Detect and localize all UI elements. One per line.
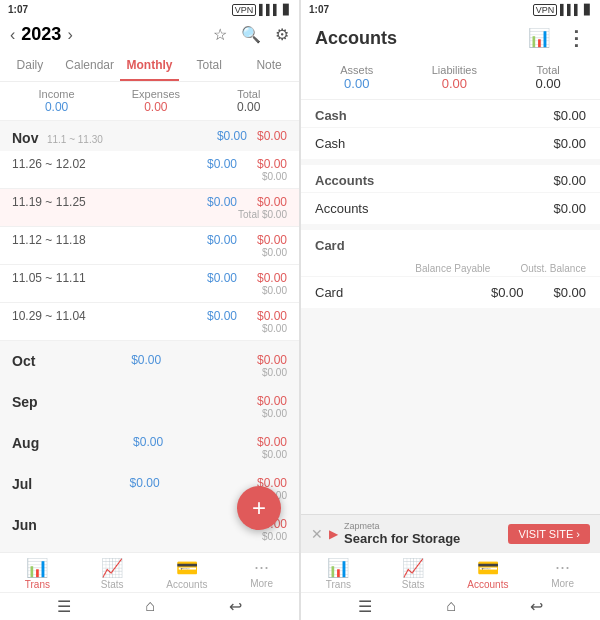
time-left: 1:07 [8, 4, 28, 15]
liabilities-value: 0.00 [432, 76, 477, 91]
accounts-list: Cash $0.00 Cash $0.00 Accounts $0.00 Acc… [301, 100, 600, 514]
nav-icons: ☆ 🔍 ⚙ [213, 25, 289, 44]
week-row[interactable]: 11.26 ~ 12.02 $0.00 $0.00 $0.00 [0, 151, 299, 189]
month-sep: Sep $0.00 $0.00 [0, 386, 299, 423]
nav-stats-left[interactable]: 📈 Stats [75, 557, 150, 590]
expenses-label: Expenses [132, 88, 180, 100]
status-bar-left: 1:07 VPN ▌▌▌ ▊ [0, 0, 299, 18]
cash-section-total: $0.00 [553, 108, 586, 123]
ad-play-icon: ▶ [329, 527, 338, 541]
total-summary: Total 0.00 [237, 88, 260, 114]
home-icon[interactable]: ⌂ [145, 597, 155, 616]
month-header-aug: Aug $0.00 $0.00 $0.00 [0, 427, 299, 464]
back-icon[interactable]: ↩ [229, 597, 242, 616]
expenses-value: 0.00 [132, 100, 180, 114]
ad-visit-button[interactable]: VISIT SITE › [508, 524, 590, 544]
assets-label: Assets [340, 64, 373, 76]
liabilities-label: Liabilities [432, 64, 477, 76]
month-name-nov: Nov 11.1 ~ 11.30 [12, 129, 103, 147]
add-transaction-button[interactable]: + [237, 486, 281, 530]
status-bar-right: 1:07 VPN ▌▌▌ ▊ [301, 0, 600, 18]
income-value: 0.00 [39, 100, 75, 114]
year-nav: ‹ 2023 › ☆ 🔍 ⚙ [0, 18, 299, 51]
cash-header: Cash $0.00 [301, 100, 600, 127]
nav-trans-left[interactable]: 📊 Trans [0, 557, 75, 590]
tab-total[interactable]: Total [179, 51, 239, 81]
search-icon[interactable]: 🔍 [241, 25, 261, 44]
total-value: 0.00 [237, 100, 260, 114]
summary-row: Income 0.00 Expenses 0.00 Total 0.00 [0, 82, 299, 121]
menu-icon[interactable]: ☰ [57, 597, 71, 616]
menu-icon-right[interactable]: ☰ [358, 597, 372, 616]
trans-icon-right: 📊 [301, 557, 376, 579]
phone-bottom-left: ☰ ⌂ ↩ [0, 592, 299, 620]
accounts-section-total: $0.00 [553, 173, 586, 188]
cash-row[interactable]: Cash $0.00 [301, 127, 600, 159]
card-section: Card Balance Payable Outst. Balance Card… [301, 230, 600, 308]
chart-icon[interactable]: 📊 [528, 27, 550, 49]
accounts-icon-right: 💳 [451, 557, 526, 579]
tab-note[interactable]: Note [239, 51, 299, 81]
income-summary: Income 0.00 [39, 88, 75, 114]
nav-accounts-left[interactable]: 💳 Accounts [150, 557, 225, 590]
assets-value: 0.00 [340, 76, 373, 91]
cash-section-title: Cash [315, 108, 347, 123]
nav-accounts-right[interactable]: 💳 Accounts [451, 557, 526, 590]
more-icon-right: ··· [525, 557, 600, 578]
card-header: Card [301, 230, 600, 257]
total-label: Total [237, 88, 260, 100]
nav-more-left[interactable]: ··· More [224, 557, 299, 590]
accounts-row[interactable]: Accounts $0.00 [301, 192, 600, 224]
next-year-button[interactable]: › [67, 26, 72, 44]
liabilities-col: Liabilities 0.00 [432, 64, 477, 91]
accounts-header: Accounts 📊 ⋮ [301, 18, 600, 58]
ad-close-button[interactable]: ✕ [311, 526, 323, 542]
status-right-right: VPN ▌▌▌ ▊ [533, 4, 592, 15]
more-icon: ··· [224, 557, 299, 578]
back-icon-right[interactable]: ↩ [530, 597, 543, 616]
nav-stats-right[interactable]: 📈 Stats [376, 557, 451, 590]
accounts-row-balance: $0.00 [553, 201, 586, 216]
nav-trans-right[interactable]: 📊 Trans [301, 557, 376, 590]
month-nov: Nov 11.1 ~ 11.30 $0.00 $0.00 11.26 ~ 12.… [0, 121, 299, 341]
outstanding-label: Outst. Balance [520, 263, 586, 274]
prev-year-button[interactable]: ‹ [10, 26, 15, 44]
cash-row-balance: $0.00 [553, 136, 586, 151]
star-icon[interactable]: ☆ [213, 25, 227, 44]
status-right-left: VPN ▌▌▌ ▊ [232, 4, 291, 15]
card-row[interactable]: Card $0.00 $0.00 [301, 276, 600, 308]
stats-icon-right: 📈 [376, 557, 451, 579]
trans-icon: 📊 [0, 557, 75, 579]
card-balance-payable: $0.00 [491, 285, 524, 300]
cash-row-name: Cash [315, 136, 345, 151]
week-row[interactable]: 11.05 ~ 11.11 $0.00 $0.00 $0.00 [0, 265, 299, 303]
ad-brand: Zapmeta [344, 521, 502, 531]
home-icon-right[interactable]: ⌂ [446, 597, 456, 616]
month-header-sep: Sep $0.00 $0.00 [0, 386, 299, 423]
tab-monthly[interactable]: Monthly [120, 51, 180, 81]
week-row[interactable]: 11.19 ~ 11.25 $0.00 $0.00 Total $0.00 [0, 189, 299, 227]
accounts-section-header: Accounts $0.00 [301, 165, 600, 192]
accounts-icon: 💳 [150, 557, 225, 579]
tab-calendar[interactable]: Calendar [60, 51, 120, 81]
balance-payable-label: Balance Payable [415, 263, 490, 274]
bottom-nav-left: 📊 Trans 📈 Stats 💳 Accounts ··· More [0, 552, 299, 592]
week-row[interactable]: 11.12 ~ 11.18 $0.00 $0.00 $0.00 [0, 227, 299, 265]
month-oct: Oct $0.00 $0.00 $0.00 [0, 345, 299, 382]
week-row[interactable]: 10.29 ~ 11.04 $0.00 $0.00 $0.00 [0, 303, 299, 341]
more-options-icon[interactable]: ⋮ [566, 26, 586, 50]
expenses-summary: Expenses 0.00 [132, 88, 180, 114]
year-display: 2023 [21, 24, 61, 45]
assets-col: Assets 0.00 [340, 64, 373, 91]
month-header-oct: Oct $0.00 $0.00 $0.00 [0, 345, 299, 382]
phone-bottom-right: ☰ ⌂ ↩ [301, 592, 600, 620]
tab-daily[interactable]: Daily [0, 51, 60, 81]
right-total-value: 0.00 [535, 76, 560, 91]
filter-icon[interactable]: ⚙ [275, 25, 289, 44]
card-outstanding: $0.00 [553, 285, 586, 300]
nav-more-right[interactable]: ··· More [525, 557, 600, 590]
month-aug: Aug $0.00 $0.00 $0.00 [0, 427, 299, 464]
accounts-row-name: Accounts [315, 201, 368, 216]
accounts-title: Accounts [315, 28, 397, 49]
tab-bar-left: Daily Calendar Monthly Total Note [0, 51, 299, 82]
